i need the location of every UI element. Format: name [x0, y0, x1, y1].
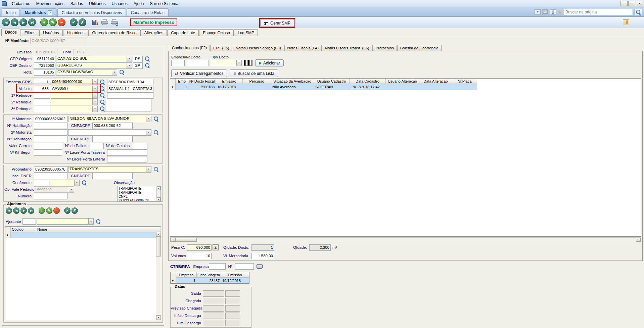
ajudante-codigo-field[interactable] — [22, 218, 36, 225]
cnpj-cpf1-field[interactable]: 000.638.260-62 — [92, 123, 133, 129]
tab-cadastro-rotas[interactable]: Cadastro de Rotas — [127, 8, 169, 16]
find-button[interactable] — [635, 9, 642, 15]
column-header[interactable]: Nr.Placa — [452, 79, 477, 84]
next-record-button[interactable]: ▶ — [19, 18, 27, 26]
find-on-page-input[interactable] — [564, 9, 633, 15]
dropdown-arrow-icon[interactable] — [146, 167, 151, 172]
tab-historicos[interactable]: Históricos — [63, 29, 88, 36]
chegada-data-field[interactable] — [203, 298, 224, 304]
panel-toggle-icon[interactable] — [623, 19, 629, 25]
dropdown-arrow-icon[interactable] — [146, 116, 151, 122]
scrollbar-thumb[interactable] — [156, 237, 161, 256]
tab-capa-lote[interactable]: Capa de Lote — [167, 29, 199, 36]
tab-manifestos[interactable]: Manifestos ✕ — [21, 8, 57, 16]
column-header-codigo[interactable]: Código — [11, 227, 36, 232]
image-icon[interactable] — [542, 9, 548, 15]
buscar-lista-button[interactable]: ≡Buscar de uma Lista — [230, 69, 278, 77]
observacao-scrollbar[interactable] — [156, 186, 160, 201]
barcode-icon[interactable] — [244, 60, 252, 66]
ajudante-confirm-button[interactable]: ✓ — [64, 207, 71, 214]
cep-destino-field[interactable]: 7232050 — [34, 62, 55, 69]
sigma-button[interactable]: Σ — [213, 244, 219, 250]
ajudante-add-button[interactable]: + — [39, 207, 45, 214]
previous-record-button[interactable]: ◀ — [11, 18, 18, 26]
rota-combo[interactable]: CXS/BLU/CWB/SAO — [56, 69, 117, 76]
empresa-field[interactable] — [171, 60, 185, 66]
veiculo-placa-combo[interactable]: AAS0597 — [51, 86, 98, 92]
proprietario-codigo-field[interactable]: 89823918000578 — [34, 166, 67, 173]
minimize-button[interactable]: – — [620, 1, 628, 6]
dropdown-arrow-icon[interactable] — [88, 219, 93, 224]
ctrb-empresa-field[interactable] — [209, 263, 226, 270]
ajudante-last-button[interactable]: ▶| — [28, 207, 34, 214]
dropdown-arrow-icon[interactable] — [92, 106, 97, 112]
dropdown-arrow-icon[interactable] — [112, 69, 117, 75]
cidade-origem-combo[interactable]: CAXIAS DO SUL — [56, 56, 132, 62]
menu-item-cadastros[interactable]: Cadastros — [9, 1, 33, 7]
proprietario-combo[interactable]: TRANSPORTES — [68, 166, 151, 173]
column-header[interactable]: Emissão — [221, 272, 249, 278]
column-header[interactable]: Emp — [176, 79, 188, 84]
dropdown-arrow-icon[interactable] — [74, 180, 79, 186]
maximize-button[interactable]: ▢ — [628, 1, 635, 6]
column-header[interactable]: Situação da Averbação — [271, 79, 314, 84]
cidade-destino-combo[interactable]: GUARULHOS — [56, 62, 132, 69]
dropdown-arrow-icon[interactable] — [92, 93, 97, 98]
cnpj-cpf2-field[interactable] — [92, 136, 133, 142]
column-header[interactable]: Empresa — [176, 272, 197, 278]
veiculo-lookup-icon[interactable] — [100, 86, 105, 91]
reboque1-codigo-field[interactable] — [34, 92, 50, 99]
reboque2-combo[interactable] — [51, 99, 98, 105]
tab-alteracoes[interactable]: Alterações — [140, 29, 167, 36]
reboque1-combo[interactable] — [51, 92, 98, 99]
reboque3-lookup-icon[interactable] — [100, 106, 105, 111]
lacre-traseira-field[interactable] — [107, 149, 147, 156]
add-record-button[interactable]: + — [40, 18, 48, 26]
scroll-left-icon[interactable] — [170, 238, 175, 242]
empresa-gris-codigo-field[interactable]: 1 — [34, 79, 50, 85]
tab-protocolos[interactable]: Protocolos — [372, 45, 397, 51]
cnpj-cpf3-field[interactable] — [92, 173, 133, 179]
grid-horizontal-scrollbar[interactable] — [170, 237, 641, 242]
fim-descarga-hora-field[interactable] — [225, 320, 240, 326]
verificar-carregamentos-button[interactable]: ⇄Verificar Carregamentos — [171, 69, 227, 77]
op-vale-pedagio-combo[interactable]: Bradesco — [34, 186, 74, 193]
reboque2-codigo-field[interactable] — [34, 99, 50, 105]
cep-origem-field[interactable]: 95112140 — [34, 56, 55, 62]
confirm-button[interactable]: ✓ — [70, 18, 78, 26]
ajudante-previous-button[interactable]: ◀ — [13, 207, 19, 214]
tab-inicio[interactable]: Início — [2, 8, 20, 16]
reboque2-lookup-icon[interactable] — [100, 99, 105, 105]
tab-log-smp[interactable]: Log SMP — [234, 29, 258, 36]
habilitacao2-field[interactable] — [34, 136, 67, 142]
dropdown-arrow-icon[interactable] — [127, 56, 132, 62]
rota-codigo-field[interactable]: 10105 — [34, 69, 55, 76]
dropdown-arrow-icon[interactable] — [127, 63, 132, 68]
gaiolas-field[interactable] — [132, 143, 147, 149]
valor-carreto-field[interactable] — [34, 143, 62, 149]
adicionar-button[interactable]: Adicionar — [255, 59, 284, 66]
empresa-gris-combo[interactable]: 09664934000100 — [51, 79, 98, 85]
inicio-descarga-hora-field[interactable] — [225, 313, 240, 319]
ajudantes-empty-row[interactable]: ▶ — [5, 232, 156, 238]
print-icon[interactable] — [100, 18, 109, 27]
column-header[interactable]: Usuário Alteração — [386, 79, 419, 84]
menu-item-ajuda[interactable]: Ajuda — [131, 1, 147, 7]
tab-gerenciamento-risco[interactable]: Gerenciamento de Risco — [88, 29, 140, 36]
chart-icon[interactable] — [91, 18, 100, 27]
tab-crt[interactable]: CRT (F5) — [210, 45, 232, 51]
monitor-icon[interactable] — [257, 264, 263, 269]
tab-boletim-ocorrencia[interactable]: Boletim de Ocorrência — [397, 45, 442, 51]
previsao-hora-field[interactable] — [225, 305, 240, 312]
ajudante-first-button[interactable]: |◀ — [6, 207, 12, 214]
dropdown-arrow-icon[interactable] — [92, 86, 97, 92]
dropdown-arrow-icon[interactable] — [146, 130, 151, 135]
tab-dados[interactable]: Dados — [1, 29, 20, 36]
tipo-docto-combo[interactable] — [211, 60, 242, 66]
column-header[interactable]: Percurso — [243, 79, 271, 84]
menu-item-movimentacoes[interactable]: Movimentações — [33, 1, 67, 7]
close-button[interactable]: ✕ — [636, 1, 643, 6]
dropdown-arrow-icon[interactable] — [236, 60, 241, 66]
ctrb-numero-field[interactable] — [235, 263, 254, 270]
column-header[interactable]: Usuário Cadastro — [314, 79, 350, 84]
